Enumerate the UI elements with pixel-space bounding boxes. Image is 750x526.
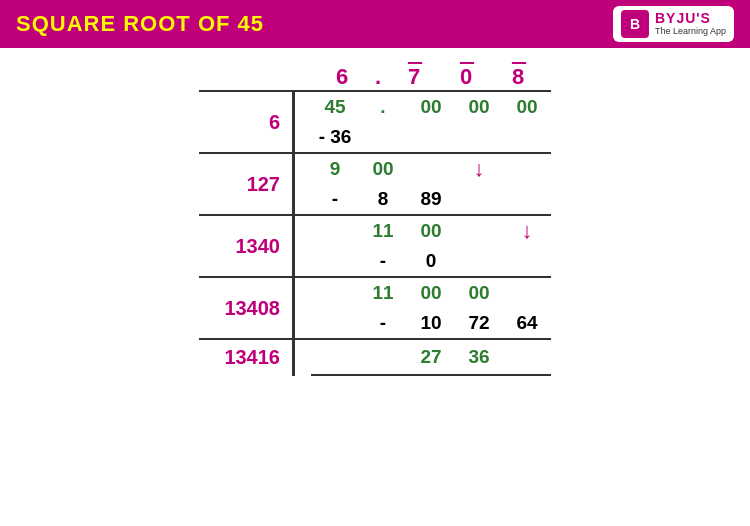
section-4-row-1: 11 00 00 <box>311 278 551 308</box>
cell: 11 <box>359 220 407 242</box>
arrow-down-1: ↓ <box>455 156 503 182</box>
cell: - 36 <box>311 126 359 148</box>
section-2: 127 9 00 ↓ - 8 89 <box>199 152 551 214</box>
section-5-row-1: 27 36 <box>311 342 551 372</box>
section-4-left: 13408 <box>199 278 295 338</box>
cell: . <box>359 96 407 118</box>
section-3-row-2: - 0 <box>311 246 551 276</box>
section-1-row-1: 45 . 00 00 00 <box>311 92 551 122</box>
cell: 36 <box>455 346 503 368</box>
section-5-right: 27 36 <box>295 340 551 374</box>
cell: 89 <box>407 188 455 210</box>
section-5-left: 13416 <box>199 340 295 374</box>
result-dot: . <box>369 64 389 90</box>
cell: 45 <box>311 96 359 118</box>
section-1-left: 6 <box>199 92 295 152</box>
logo-text: BYJU'S The Learning App <box>655 11 726 36</box>
cell: 72 <box>455 312 503 334</box>
bottom-border-row <box>199 374 551 376</box>
header: SQUARE ROOT OF 45 B BYJU'S The Learning … <box>0 0 750 48</box>
section-1: 6 45 . 00 00 00 - 36 <box>199 90 551 152</box>
section-3-right: 11 00 ↓ - 0 <box>295 216 551 276</box>
cell: 0 <box>407 250 455 272</box>
section-1-row-2: - 36 <box>311 122 551 152</box>
section-1-right: 45 . 00 00 00 - 36 <box>295 92 551 152</box>
logo-name: BYJU'S <box>655 11 726 26</box>
cell: 00 <box>455 282 503 304</box>
section-2-row-2: - 8 89 <box>311 184 551 214</box>
section-3: 1340 11 00 ↓ - 0 <box>199 214 551 276</box>
cell: 8 <box>359 188 407 210</box>
section-2-left: 127 <box>199 154 295 214</box>
logo-icon: B <box>621 10 649 38</box>
result-display: 6 . 7 0 8 <box>317 64 545 90</box>
logo: B BYJU'S The Learning App <box>613 6 734 42</box>
logo-tagline: The Learning App <box>655 27 726 37</box>
main-content: 6 . 7 0 8 6 45 . 00 00 00 - 36 <box>0 48 750 376</box>
cell: 64 <box>503 312 551 334</box>
cell: - <box>311 188 359 210</box>
cell: 27 <box>407 346 455 368</box>
section-3-row-1: 11 00 ↓ <box>311 216 551 246</box>
result-digit-6: 6 <box>317 64 369 90</box>
section-3-left: 1340 <box>199 216 295 276</box>
section-4: 13408 11 00 00 - 10 72 64 <box>199 276 551 338</box>
cell: 10 <box>407 312 455 334</box>
page-title: SQUARE ROOT OF 45 <box>16 11 264 37</box>
section-2-right: 9 00 ↓ - 8 89 <box>295 154 551 214</box>
section-4-row-2: - 10 72 64 <box>311 308 551 338</box>
cell: 00 <box>359 158 407 180</box>
section-2-row-1: 9 00 ↓ <box>311 154 551 184</box>
result-digit-7: 7 <box>389 64 441 90</box>
section-5: 13416 27 36 <box>199 338 551 374</box>
cell: 00 <box>503 96 551 118</box>
division-body: 6 45 . 00 00 00 - 36 127 <box>199 90 551 376</box>
section-4-right: 11 00 00 - 10 72 64 <box>295 278 551 338</box>
cell: - <box>359 312 407 334</box>
cell: 9 <box>311 158 359 180</box>
cell: - <box>359 250 407 272</box>
cell: 00 <box>407 96 455 118</box>
cell: 11 <box>359 282 407 304</box>
cell: 00 <box>455 96 503 118</box>
arrow-down-2: ↓ <box>503 218 551 244</box>
cell: 00 <box>407 220 455 242</box>
result-digit-0: 0 <box>441 64 493 90</box>
result-digit-8: 8 <box>493 64 545 90</box>
cell: 00 <box>407 282 455 304</box>
